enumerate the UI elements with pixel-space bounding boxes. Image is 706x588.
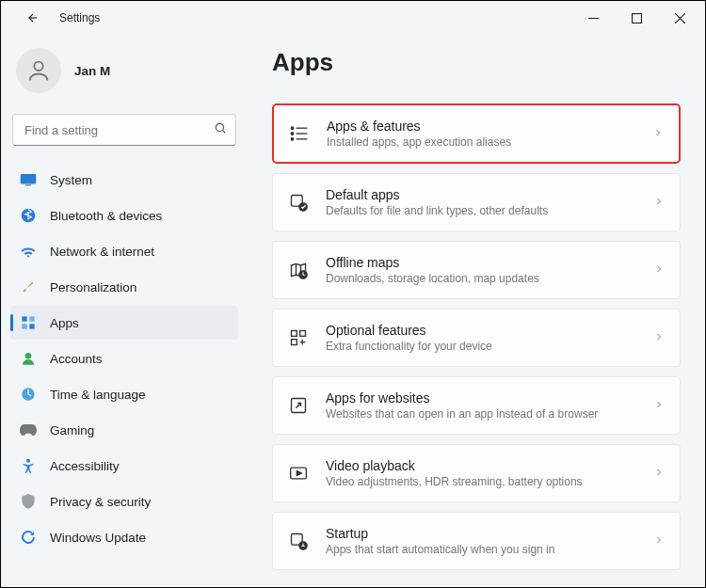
gamepad-icon: [20, 421, 37, 438]
chevron-right-icon: [653, 465, 665, 482]
nav-bluetooth[interactable]: Bluetooth & devices: [10, 199, 238, 232]
back-button[interactable]: [22, 7, 44, 29]
svg-point-13: [291, 127, 294, 130]
chevron-right-icon: [653, 532, 665, 549]
nav-label: Personalization: [50, 280, 136, 294]
svg-point-2: [216, 123, 223, 131]
card-title: Offline maps: [326, 255, 636, 270]
main-content: Apps Apps & features Installed apps, app…: [248, 35, 705, 587]
nav-label: Time & language: [50, 388, 146, 402]
close-button[interactable]: [658, 4, 701, 32]
grid-plus-icon: [288, 327, 309, 348]
card-title: Apps & features: [327, 119, 635, 134]
card-subtitle: Installed apps, app execution aliases: [327, 135, 635, 149]
nav-accounts[interactable]: Accounts: [10, 342, 238, 375]
nav-windows-update[interactable]: Windows Update: [10, 520, 238, 554]
back-icon: [26, 11, 40, 24]
nav-apps[interactable]: Apps: [10, 306, 238, 340]
titlebar: Settings: [1, 1, 705, 35]
nav-system[interactable]: System: [10, 163, 238, 197]
chevron-right-icon: [653, 329, 665, 346]
startup-icon: [288, 531, 309, 551]
card-subtitle: Downloads, storage location, map updates: [326, 272, 636, 285]
card-subtitle: Extra functionality for your device: [326, 340, 636, 353]
close-icon: [675, 13, 685, 24]
page-title: Apps: [272, 48, 681, 77]
svg-point-12: [26, 459, 30, 463]
nav-personalization[interactable]: Personalization: [10, 270, 238, 304]
settings-card-list: Apps & features Installed apps, app exec…: [272, 103, 681, 577]
minimize-icon: [588, 13, 599, 24]
svg-rect-4: [25, 184, 31, 185]
list-icon: [289, 123, 310, 144]
nav-label: Apps: [50, 316, 79, 330]
card-optional-features[interactable]: Optional features Extra functionality fo…: [272, 309, 681, 367]
nav-network[interactable]: Network & internet: [10, 234, 238, 268]
card-title: Apps for websites: [326, 390, 636, 405]
svg-rect-21: [292, 340, 297, 345]
nav-label: Gaming: [50, 423, 94, 437]
nav-time-language[interactable]: Time & language: [10, 377, 238, 411]
svg-rect-0: [632, 13, 641, 23]
open-external-icon: [288, 395, 309, 416]
accessibility-icon: [20, 457, 37, 474]
minimize-button[interactable]: [571, 4, 615, 32]
update-icon: [20, 529, 37, 546]
display-icon: [20, 171, 37, 188]
card-apps-features[interactable]: Apps & features Installed apps, app exec…: [272, 103, 681, 164]
maximize-button[interactable]: [615, 4, 658, 32]
search-input[interactable]: [12, 114, 236, 146]
card-default-apps[interactable]: Default apps Defaults for file and link …: [272, 173, 681, 231]
svg-rect-20: [300, 331, 306, 337]
card-title: Startup: [326, 526, 636, 541]
card-subtitle: Video adjustments, HDR streaming, batter…: [326, 475, 636, 488]
chevron-right-icon: [653, 397, 665, 414]
map-icon: [288, 260, 309, 280]
avatar: [16, 48, 61, 93]
search-icon: [214, 121, 227, 138]
svg-point-10: [25, 353, 32, 359]
svg-rect-6: [22, 316, 26, 321]
nav-label: Bluetooth & devices: [50, 209, 162, 223]
card-title: Optional features: [326, 323, 636, 338]
svg-point-15: [291, 138, 294, 141]
svg-rect-19: [292, 331, 297, 337]
account-block[interactable]: Jan M: [10, 48, 238, 110]
person-icon: [25, 57, 52, 84]
nav-label: Accounts: [50, 352, 103, 366]
bluetooth-icon: [20, 207, 37, 224]
apps-icon: [20, 314, 37, 331]
svg-rect-7: [29, 316, 34, 321]
chevron-right-icon: [653, 194, 665, 211]
card-apps-for-websites[interactable]: Apps for websites Websites that can open…: [272, 376, 681, 435]
nav-label: Accessibility: [50, 459, 120, 473]
globe-clock-icon: [20, 386, 37, 403]
svg-rect-9: [29, 324, 34, 328]
brush-icon: [20, 278, 37, 295]
card-offline-maps[interactable]: Offline maps Downloads, storage location…: [272, 241, 681, 299]
svg-rect-3: [21, 174, 37, 184]
default-apps-icon: [288, 192, 309, 213]
shield-icon: [20, 493, 37, 510]
svg-point-14: [291, 133, 294, 135]
svg-rect-8: [22, 324, 26, 328]
account-name: Jan M: [74, 64, 110, 78]
nav-accessibility[interactable]: Accessibility: [10, 449, 238, 483]
nav-privacy[interactable]: Privacy & security: [10, 485, 238, 518]
search-box[interactable]: [12, 114, 236, 146]
card-title: Video playback: [326, 458, 636, 473]
wifi-icon: [20, 243, 37, 260]
nav-label: System: [50, 173, 92, 187]
card-video-playback[interactable]: Video playback Video adjustments, HDR st…: [272, 444, 681, 502]
nav-label: Privacy & security: [50, 495, 151, 509]
nav-list: System Bluetooth & devices Network & int…: [10, 163, 238, 554]
card-title: Default apps: [326, 187, 636, 202]
nav-gaming[interactable]: Gaming: [10, 413, 238, 447]
sidebar: Jan M System Bluetooth & devices Network…: [1, 35, 248, 587]
app-title: Settings: [59, 11, 100, 24]
chevron-right-icon: [653, 262, 665, 278]
chevron-right-icon: [652, 125, 664, 142]
card-startup[interactable]: Startup Apps that start automatically wh…: [272, 512, 681, 570]
maximize-icon: [632, 13, 642, 24]
nav-label: Network & internet: [50, 245, 154, 259]
